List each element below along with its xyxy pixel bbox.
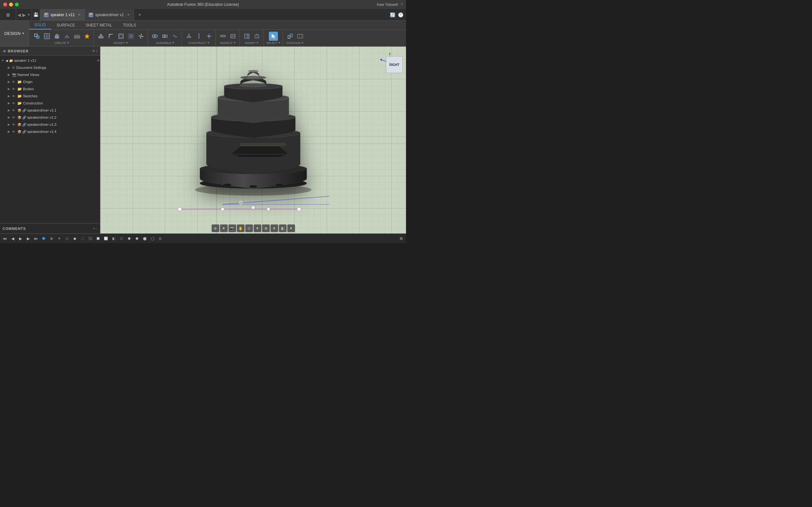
construct-dropdown[interactable]: ▼ [207,41,210,44]
toolbar-icon-3[interactable]: ✛ [56,235,63,242]
3d-viewport[interactable]: RIGHT ⊕ ▼ 📷 ✋ ⊙ ▼ 🖥 ▼ ◧ ▼ [100,47,406,233]
shell-icon[interactable] [116,32,125,41]
minimize-button[interactable] [9,3,13,6]
nav-back-icon[interactable]: ◀ [17,12,21,17]
toolbar-icon-13[interactable]: ⬣ [133,235,141,242]
pan-icon[interactable]: ✋ [237,224,245,232]
clock-icon[interactable]: 🕐 [398,12,403,17]
tab-close-2[interactable]: ✕ [127,13,130,16]
toolbar-icon-6[interactable]: ⬚ [79,235,86,242]
browser-item-bodies[interactable]: ▶ 👁 📂 Bodies [0,86,100,93]
browser-item-origin[interactable]: ▶ 👁 📂 Origin [0,78,100,86]
toolbar-icon-8[interactable]: 🔲 [95,235,102,242]
browser-item-doc-settings[interactable]: ▶ ⚙ Document Settings [0,64,100,71]
tab-close-1[interactable]: ✕ [78,13,80,16]
save-icon[interactable]: 💾 [33,12,39,17]
modify-dropdown[interactable]: ▼ [126,41,128,44]
eye-comp3[interactable]: 👁 [12,123,16,126]
browser-item-sketches[interactable]: ▶ 👁 📂 Sketches [0,93,100,100]
display-dropdown[interactable]: ▼ [270,224,278,232]
position-dropdown[interactable]: ▼ [301,41,304,44]
render-dropdown[interactable]: ▼ [287,224,295,232]
toolbar-icon-1[interactable]: 🔷 [40,235,47,242]
settings-icon[interactable]: ⚙ [397,235,405,242]
view-cube-box[interactable]: RIGHT [386,56,403,73]
scale-icon[interactable] [126,32,136,41]
select-dropdown[interactable]: ▼ [278,41,281,44]
position-b-icon[interactable] [296,32,305,41]
toolbar-icon-9[interactable]: ⬜ [102,235,109,242]
comments-add-icon[interactable]: + [93,226,95,231]
nav-dropdown-icon[interactable]: ▼ [27,13,31,16]
assemble-dropdown[interactable]: ▼ [172,41,174,44]
maximize-button[interactable] [15,3,19,6]
hole-icon[interactable] [72,32,82,41]
as-built-joint-icon[interactable] [160,32,169,41]
playback-next-icon[interactable]: ▶ [24,235,32,242]
eye-sketches[interactable]: 👁 [12,95,16,98]
tab-surface[interactable]: SURFACE [51,21,80,30]
toolbar-icon-14[interactable]: ⬤ [141,235,148,242]
construct-axis-icon[interactable] [195,32,204,41]
capture-image-icon[interactable]: 📷 [228,224,236,232]
toolbar-icon-7[interactable]: ⬛ [87,235,94,242]
close-button[interactable] [3,3,7,6]
tab-speakerdriver[interactable]: 📦 speakerdriver v1 ✕ [85,9,134,20]
eye-bodies[interactable]: 👁 [12,87,16,91]
speaker-3d-model[interactable] [176,68,331,199]
tab-speaker1[interactable]: 📦 speaker 1 v11 ✕ [40,9,85,20]
joint-icon[interactable] [151,32,160,41]
snap-icon[interactable]: ⊕ [212,224,219,232]
toolbar-icon-2[interactable]: ⊞ [48,235,55,242]
construct-point-icon[interactable] [205,32,214,41]
construct-plane-icon[interactable] [184,32,194,41]
help-icon[interactable]: ? [400,2,403,7]
design-workspace-button[interactable]: DESIGN ▼ [0,21,29,46]
press-pull-icon[interactable] [96,32,105,41]
tab-tools[interactable]: TOOLS [118,21,142,30]
tab-solid[interactable]: SOLID [29,21,51,30]
playback-play-icon[interactable]: ▶ [17,235,24,242]
eye-origin[interactable]: 👁 [12,80,16,84]
display-settings-icon[interactable]: 🖥 [262,224,270,232]
move-icon[interactable] [137,32,146,41]
measure-icon[interactable] [218,32,227,41]
browser-item-construction[interactable]: ▶ 👁 📂 Construction [0,100,100,107]
new-component-icon[interactable] [32,32,41,41]
tab-sheet-metal[interactable]: SHEET METAL [80,21,118,30]
browser-item-comp4[interactable]: ▶ 👁 📦 🔗 speakerdriver v1:4 [0,128,100,135]
toolbar-icon-4[interactable]: ◻ [63,235,70,242]
toolbar-icon-16[interactable]: ⊡ [157,235,164,242]
snap-dropdown[interactable]: ▼ [220,224,228,232]
position-a-icon[interactable] [286,32,295,41]
playback-prev-icon[interactable]: ◀ [9,235,16,242]
browser-collapse-icon[interactable]: ◀ [3,49,5,53]
insert-mcad-icon[interactable] [242,32,251,41]
browser-root-item[interactable]: ▼ ◀ 📁 speaker 1 v11 👁 [0,57,100,64]
eye-comp1[interactable]: 👁 [12,109,16,112]
browser-item-comp3[interactable]: ▶ 👁 📦 🔗 speakerdriver v1:3 [0,121,100,128]
new-tab-button[interactable]: + [134,9,146,20]
browser-settings-icon[interactable]: ⚙ [92,49,95,53]
extrude-icon[interactable] [52,32,61,41]
create-sketch-icon[interactable] [42,32,51,41]
playback-end-icon[interactable]: ⏭ [32,235,40,242]
select-icon[interactable] [269,32,278,41]
view-cube[interactable]: RIGHT [377,50,403,76]
create-dropdown[interactable]: ▼ [67,41,69,44]
browser-item-comp1[interactable]: ▶ 👁 📦 🔗 speakerdriver v1:1 [0,107,100,114]
toolbar-icon-11[interactable]: ⬡ [118,235,125,242]
toolbar-icon-10[interactable]: ◧ [110,235,117,242]
zoom-dropdown[interactable]: ▼ [254,224,261,232]
toolbar-icon-15[interactable]: ◯ [149,235,156,242]
section-analysis-icon[interactable] [228,32,237,41]
eye-comp4[interactable]: 👁 [12,130,16,133]
playback-start-icon[interactable]: ⏮ [1,235,8,242]
grid-menu-icon[interactable]: ⊞ [6,12,10,17]
motion-link-icon[interactable] [170,32,179,41]
toolbar-icon-5[interactable]: ◼ [71,235,78,242]
insert-svg-icon[interactable]: SVG [252,32,261,41]
eye-comp2[interactable]: 👁 [12,116,16,119]
render-icon[interactable]: ◧ [279,224,287,232]
insert-dropdown[interactable]: ▼ [256,41,259,44]
